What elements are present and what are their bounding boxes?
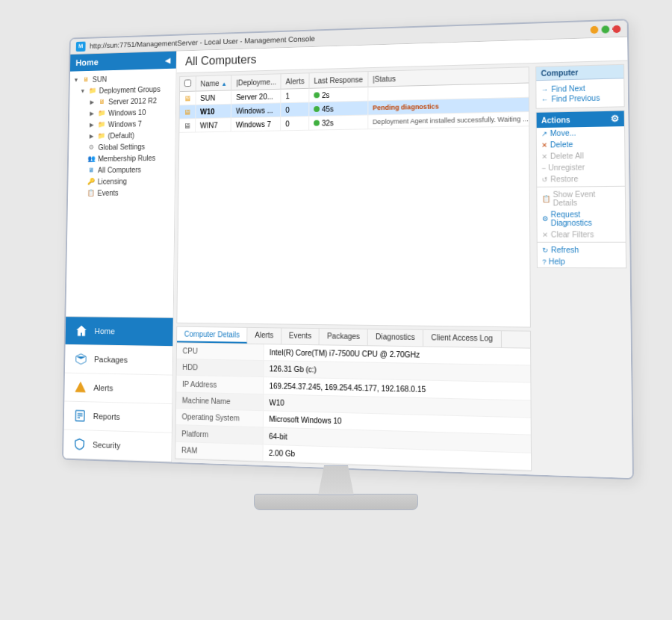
refresh-icon: ↻: [542, 246, 549, 253]
close-button[interactable]: [612, 25, 620, 33]
computer-table: Name ▲ |Deployme... Alerts Last Response…: [179, 67, 530, 133]
event-details-icon: 📋: [542, 195, 551, 202]
action-clear-filters-label: Clear Filters: [551, 230, 594, 238]
detail-content: CPU Intel(R) Core(TM) i7-7500U CPU @ 2.7…: [175, 343, 531, 471]
tree-label-sun: SUN: [93, 75, 107, 83]
app-layout: Home ◀ ▼ 🖥 SUN ▼ 📁 Deployment Groups: [63, 37, 632, 478]
nav-item-security[interactable]: Security: [63, 430, 172, 462]
row-icon-sun: 🖥: [180, 91, 196, 105]
actions-body: ↗ Move... ✕ Delete ✕ Del: [537, 126, 626, 267]
row-lastresponse-w10: 45s: [309, 101, 368, 116]
restore-icon: ↺: [541, 176, 548, 183]
tree-label-lic: Licensing: [98, 177, 127, 185]
delete-icon: ✕: [541, 141, 548, 149]
package-icon: [73, 351, 89, 368]
tree-label-gs: Global Settings: [98, 143, 145, 152]
row-deployment-win7: Windows 7: [231, 117, 281, 131]
nav-item-packages[interactable]: Packages: [65, 345, 172, 376]
help-icon: ?: [542, 258, 546, 265]
col-alerts-label: Alerts: [286, 77, 305, 85]
actions-label: Actions: [541, 116, 570, 125]
prop-label-hdd: HDD: [177, 359, 264, 377]
expand-icon-s2012: ▶: [89, 99, 96, 106]
move-icon: ↗: [541, 129, 548, 137]
computer-icon-ac: 🖥: [86, 166, 96, 175]
nav-item-reports[interactable]: Reports: [64, 401, 172, 433]
detail-panel: Computer Details Alerts Events Packages …: [175, 326, 532, 471]
tab-events[interactable]: Events: [281, 328, 320, 344]
expand-icon-gs: [78, 144, 85, 152]
sort-arrow-name: ▲: [221, 81, 227, 87]
row-name-w10: W10: [196, 104, 231, 118]
monitor-stand: [254, 465, 418, 510]
find-next-link[interactable]: → Find Next: [541, 84, 619, 94]
action-help[interactable]: ? Help: [538, 255, 626, 267]
tree-header-label: Home: [75, 58, 99, 68]
prop-label-ram: RAM: [175, 441, 262, 461]
status-dot-win7: [314, 120, 320, 125]
tree-item-events[interactable]: 📋 Events: [68, 186, 175, 199]
left-nav: Home ◀ ▼ 🖥 SUN ▼ 📁 Deployment Groups: [63, 52, 177, 462]
action-divider-1: [537, 186, 625, 187]
tree-label-w7: Windows 7: [108, 120, 142, 128]
expand-icon-ev: [78, 189, 84, 196]
minimize-button[interactable]: [591, 25, 599, 34]
expand-icon-mr: [78, 155, 85, 163]
row-icon-w10: 🖥: [180, 105, 196, 119]
tab-diagnostics[interactable]: Diagnostics: [368, 329, 423, 346]
action-refresh[interactable]: ↻ Refresh: [538, 244, 626, 256]
tab-packages[interactable]: Packages: [320, 329, 368, 345]
col-header-last-response[interactable]: Last Response: [309, 72, 368, 88]
tree-label-mr: Membership Rules: [98, 154, 155, 163]
tab-computer-details[interactable]: Computer Details: [177, 327, 248, 344]
row-alerts-sun: 1: [281, 88, 309, 102]
nav-item-home[interactable]: Home: [66, 317, 173, 347]
window-controls[interactable]: [591, 25, 621, 34]
action-divider-2: [538, 242, 626, 243]
find-next-icon: →: [541, 85, 550, 93]
find-previous-icon: ←: [541, 96, 550, 103]
action-request-diagnostics[interactable]: ⚙ Request Diagnostics: [537, 208, 625, 229]
col-header-deployment[interactable]: |Deployme...: [231, 74, 281, 90]
select-all-checkbox[interactable]: [184, 79, 192, 87]
nav-label-reports: Reports: [93, 412, 120, 421]
expand-icon-lic: [78, 178, 84, 185]
find-previous-link[interactable]: ← Find Previous: [541, 93, 619, 104]
expand-icon-w10: ▶: [88, 110, 95, 117]
tree-label-dg: Deployment Groups: [99, 85, 161, 95]
col-name-label: Name: [200, 79, 219, 87]
maximize-button[interactable]: [601, 25, 609, 34]
col-lastresponse-label: Last Response: [314, 75, 363, 85]
tree-item-all-computers[interactable]: 🖥 All Computers: [69, 163, 175, 176]
action-delete[interactable]: ✕ Delete: [537, 138, 624, 151]
action-unregister: − Unregister: [537, 161, 625, 174]
actions-icon: ⚙: [610, 114, 619, 125]
col-header-checkbox[interactable]: [180, 76, 196, 91]
gear-icon-gs: ⚙: [87, 143, 96, 152]
col-header-name[interactable]: Name ▲: [196, 75, 231, 91]
action-refresh-label: Refresh: [551, 246, 579, 254]
tree-collapse-arrow[interactable]: ◀: [165, 56, 171, 64]
nav-label-packages: Packages: [94, 355, 128, 365]
row-name-sun: SUN: [196, 90, 231, 105]
tab-alerts[interactable]: Alerts: [247, 328, 281, 344]
monitor-frame: M http://sun:7751/ManagementServer - Loc…: [62, 19, 634, 480]
action-delete-label: Delete: [550, 140, 573, 149]
action-move-label: Move...: [550, 128, 576, 137]
tree-label-w10: Windows 10: [108, 108, 146, 117]
col-header-alerts[interactable]: Alerts: [281, 73, 309, 89]
tree-item-licensing[interactable]: 🔑 Licensing: [68, 175, 175, 187]
tab-client-access-log[interactable]: Client Access Log: [423, 330, 501, 347]
action-delete-all: ✕ Delete All: [537, 149, 625, 162]
find-previous-label: Find Previous: [551, 94, 600, 104]
tree-label-ac: All Computers: [98, 165, 141, 173]
unregister-icon: −: [541, 164, 546, 172]
folder-icon-w7: 📁: [96, 120, 106, 129]
status-dot-w10: [314, 106, 320, 112]
group-icon-mr: 👥: [87, 155, 96, 164]
folder-icon-w10: 📁: [96, 108, 106, 117]
nav-item-alerts[interactable]: ! Alerts: [64, 373, 172, 405]
row-icon-win7: 🖥: [179, 119, 195, 133]
tree-label-ev: Events: [97, 189, 118, 197]
actions-section: Actions ⚙ ↗ Move... ✕: [536, 110, 627, 268]
